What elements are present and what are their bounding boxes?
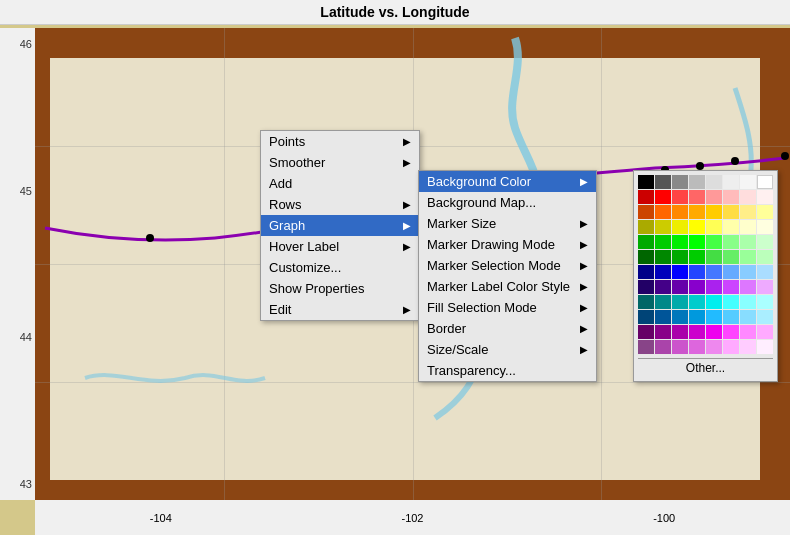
color-red[interactable] [655, 190, 671, 204]
color-yellow-green[interactable] [672, 220, 688, 234]
menu-item-smoother[interactable]: Smoother ▶ [261, 152, 419, 173]
color-very-pale-blush[interactable] [757, 340, 773, 354]
graph-menu-size-scale[interactable]: Size/Scale ▶ [419, 339, 596, 360]
color-light-gray[interactable] [689, 175, 705, 189]
color-medium-green[interactable] [638, 235, 654, 249]
graph-menu-marker-selection[interactable]: Marker Selection Mode ▶ [419, 255, 596, 276]
color-light-blue[interactable] [723, 265, 739, 279]
color-almost-white[interactable] [740, 175, 756, 189]
graph-menu-marker-drawing[interactable]: Marker Drawing Mode ▶ [419, 234, 596, 255]
color-near-pink[interactable] [757, 190, 773, 204]
color-dark-green[interactable] [638, 250, 654, 264]
color-dark-yellow[interactable] [638, 220, 654, 234]
color-dark-magenta[interactable] [638, 325, 654, 339]
graph-menu-fill-selection[interactable]: Fill Selection Mode ▶ [419, 297, 596, 318]
color-green-2[interactable] [689, 250, 705, 264]
color-light-orchid[interactable] [689, 340, 705, 354]
color-pale-blush[interactable] [740, 340, 756, 354]
color-dark-purple[interactable] [638, 280, 654, 294]
color-pale-orchid[interactable] [706, 340, 722, 354]
color-pale-lemon[interactable] [723, 220, 739, 234]
color-pale-blue[interactable] [740, 265, 756, 279]
color-bright-blue[interactable] [689, 265, 705, 279]
color-light-pink[interactable] [723, 190, 739, 204]
color-pale-cyan[interactable] [740, 295, 756, 309]
color-steel-blue[interactable] [672, 310, 688, 324]
color-lighter-red[interactable] [689, 190, 705, 204]
color-magenta[interactable] [672, 325, 688, 339]
color-very-pale-yellow[interactable] [740, 220, 756, 234]
menu-item-add[interactable]: Add [261, 173, 419, 194]
color-light-gold[interactable] [723, 205, 739, 219]
color-light-lavender[interactable] [740, 280, 756, 294]
color-light-lime[interactable] [706, 235, 722, 249]
graph-menu-marker-size[interactable]: Marker Size ▶ [419, 213, 596, 234]
color-medium-green-2[interactable] [672, 250, 688, 264]
graph-menu-bg-color[interactable]: Background Color ▶ [419, 171, 596, 192]
color-other-button[interactable]: Other... [638, 358, 773, 377]
graph-menu-bg-map[interactable]: Background Map... [419, 192, 596, 213]
color-cyan-dark[interactable] [689, 295, 705, 309]
menu-item-show-properties[interactable]: Show Properties [261, 278, 419, 299]
menu-item-rows[interactable]: Rows ▶ [261, 194, 419, 215]
color-very-pale-blue[interactable] [757, 265, 773, 279]
color-pink[interactable] [706, 190, 722, 204]
color-black[interactable] [638, 175, 654, 189]
color-light-sage[interactable] [723, 250, 739, 264]
color-pale-fuchsia[interactable] [740, 325, 756, 339]
color-very-light-sage[interactable] [740, 250, 756, 264]
menu-item-graph[interactable]: Graph ▶ [261, 215, 419, 236]
color-near-white[interactable] [723, 175, 739, 189]
graph-menu-marker-label-color[interactable]: Marker Label Color Style ▶ [419, 276, 596, 297]
color-light-purple[interactable] [706, 280, 722, 294]
color-magenta-dark[interactable] [655, 325, 671, 339]
color-pale-yellow[interactable] [740, 205, 756, 219]
color-pale-sky[interactable] [723, 310, 739, 324]
color-olive[interactable] [655, 220, 671, 234]
color-forest-green[interactable] [655, 250, 671, 264]
color-pale-lavender[interactable] [757, 280, 773, 294]
color-very-pale-cyan[interactable] [757, 295, 773, 309]
color-very-light-pink[interactable] [740, 190, 756, 204]
color-medium-orchid[interactable] [672, 340, 688, 354]
color-medium-purple[interactable] [672, 280, 688, 294]
color-near-white-sky[interactable] [757, 310, 773, 324]
color-dark-gray[interactable] [655, 175, 671, 189]
color-white[interactable] [757, 175, 773, 189]
color-light-yellow[interactable] [757, 205, 773, 219]
color-light-red[interactable] [672, 190, 688, 204]
color-near-white-green[interactable] [757, 250, 773, 264]
color-yellow[interactable] [689, 220, 705, 234]
color-near-white-yellow[interactable] [757, 220, 773, 234]
color-mauve[interactable] [638, 340, 654, 354]
color-mint[interactable] [757, 235, 773, 249]
color-medium-teal[interactable] [672, 295, 688, 309]
color-light-cyan[interactable] [723, 295, 739, 309]
color-sky-blue[interactable] [689, 310, 705, 324]
color-bright-yellow[interactable] [706, 220, 722, 234]
color-hot-pink[interactable] [689, 325, 705, 339]
color-pale-green[interactable] [723, 235, 739, 249]
color-lavender[interactable] [723, 280, 739, 294]
color-dark-red[interactable] [638, 190, 654, 204]
color-cyan[interactable] [706, 295, 722, 309]
color-gold[interactable] [706, 205, 722, 219]
menu-item-points[interactable]: Points ▶ [261, 131, 419, 152]
color-sage[interactable] [706, 250, 722, 264]
color-very-pale-green[interactable] [740, 235, 756, 249]
color-very-pale-sky[interactable] [740, 310, 756, 324]
color-dark-orange[interactable] [638, 205, 654, 219]
menu-item-edit[interactable]: Edit ▶ [261, 299, 419, 320]
color-slate[interactable] [655, 310, 671, 324]
color-orange[interactable] [655, 205, 671, 219]
color-fuchsia[interactable] [706, 325, 722, 339]
color-lime[interactable] [689, 235, 705, 249]
color-lighter-gray[interactable] [706, 175, 722, 189]
color-light-orange[interactable] [672, 205, 688, 219]
color-dark-slate[interactable] [638, 310, 654, 324]
graph-menu-border[interactable]: Border ▶ [419, 318, 596, 339]
color-green[interactable] [655, 235, 671, 249]
color-blue[interactable] [672, 265, 688, 279]
graph-menu-transparency[interactable]: Transparency... [419, 360, 596, 381]
color-violet[interactable] [689, 280, 705, 294]
